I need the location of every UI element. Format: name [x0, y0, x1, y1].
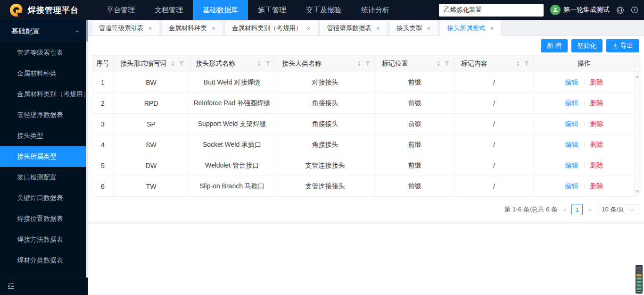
scroll-up-icon[interactable]: [636, 75, 639, 78]
tab-close-icon[interactable]: ×: [376, 25, 380, 32]
tab-close-icon[interactable]: ×: [427, 25, 430, 32]
user-avatar-icon: [550, 5, 561, 15]
caret-up-icon: [358, 61, 361, 63]
table-scrollbar[interactable]: [634, 72, 640, 196]
tab-3[interactable]: 金属材料类别（考规用）×: [224, 21, 318, 35]
actions-cell: 编辑删除: [534, 176, 635, 197]
column-header-3[interactable]: 接头形式名称: [189, 56, 275, 72]
delete-link[interactable]: 删除: [590, 141, 603, 148]
delete-link[interactable]: 删除: [590, 182, 603, 190]
tab-close-icon[interactable]: ×: [490, 25, 494, 32]
table-header: 序号接头形式缩写词接头形式名称接头大类名称标记位置标记内容操作: [92, 56, 635, 72]
table-cell: 角接接头: [275, 114, 375, 135]
sidebar-item-9[interactable]: 焊接位置数据表: [0, 209, 88, 229]
scroll-down-icon[interactable]: [636, 190, 639, 193]
tab-5[interactable]: 接头类型×: [389, 21, 438, 35]
sidebar-item-2[interactable]: 金属材料种类: [0, 63, 88, 84]
tab-bar: 管道等级索引表×金属材料种类×金属材料类别（考规用）×管径壁厚数据表×接头类型×…: [88, 20, 644, 36]
nav-item-5[interactable]: 交工及报验: [296, 0, 351, 20]
edit-link[interactable]: 编辑: [565, 161, 578, 169]
tab-2[interactable]: 金属材料种类×: [161, 21, 223, 35]
tab-4[interactable]: 管径壁厚数据表×: [320, 21, 388, 35]
sidebar-item-7[interactable]: 坡口检测配置: [0, 167, 88, 188]
sidebar-item-5[interactable]: 接头类型: [0, 126, 88, 146]
caret-sort-icon[interactable]: [358, 61, 361, 66]
pagination-page-1[interactable]: 1: [571, 204, 583, 215]
sidebar-item-4[interactable]: 管径壁厚数据表: [0, 105, 88, 126]
column-header-7: 操作: [534, 56, 635, 72]
funnel-filter-icon[interactable]: [179, 61, 184, 66]
nav-item-2[interactable]: 文档管理: [145, 0, 193, 20]
table-cell: 角接接头: [275, 93, 375, 114]
column-header-6[interactable]: 标记内容: [454, 56, 534, 72]
column-header-5[interactable]: 标记位置: [375, 56, 454, 72]
column-header-2[interactable]: 接头形式缩写词: [114, 56, 189, 72]
delete-link[interactable]: 删除: [590, 161, 603, 169]
nav-item-4[interactable]: 施工管理: [248, 0, 296, 20]
sidebar-scrollbar[interactable]: [86, 20, 88, 278]
add-button[interactable]: 新 增: [541, 39, 568, 52]
tab-close-icon[interactable]: ×: [212, 25, 215, 32]
column-header-4[interactable]: 接头大类名称: [275, 56, 375, 72]
table-cell: /: [454, 72, 534, 93]
caret-sort-icon[interactable]: [172, 61, 174, 66]
sidebar-item-12[interactable]: 焊材选用卡: [0, 271, 88, 277]
funnel-filter-icon[interactable]: [365, 61, 370, 66]
tab-close-icon[interactable]: ×: [149, 25, 152, 32]
globe-icon[interactable]: [616, 6, 624, 14]
tab-6[interactable]: 接头所属形式×: [439, 21, 501, 36]
funnel-filter-icon[interactable]: [445, 61, 449, 66]
sidebar-item-11[interactable]: 焊材分类数据表: [0, 250, 88, 271]
table-row: 1BWButt Weld 对接焊缝对接接头前缀/编辑删除: [92, 72, 635, 93]
sidebar-item-3[interactable]: 金属材料类别（考规用）: [0, 84, 88, 105]
caret-up-icon: [172, 61, 174, 63]
table-row: 2RPDReinforce Pad 补强圈焊缝角接接头前缀/编辑删除: [92, 93, 635, 114]
caret-sort-icon[interactable]: [258, 61, 261, 66]
page-size-select[interactable]: 10 条/页: [597, 204, 638, 215]
table-body: 1BWButt Weld 对接焊缝对接接头前缀/编辑删除2RPDReinforc…: [92, 72, 635, 197]
edit-link[interactable]: 编辑: [565, 99, 578, 107]
search-input[interactable]: [439, 4, 544, 17]
sidebar-item-1[interactable]: 管道等级索引表: [0, 42, 88, 63]
nav-item-6[interactable]: 统计分析: [351, 0, 399, 20]
nav-item-1[interactable]: 平台管理: [97, 0, 145, 20]
tab-close-icon[interactable]: ×: [306, 25, 310, 32]
export-button[interactable]: 导出: [606, 39, 639, 52]
pagination-next-icon[interactable]: >: [587, 206, 593, 213]
delete-link[interactable]: 删除: [590, 120, 603, 127]
column-header-label: 接头形式缩写词: [120, 59, 166, 68]
edit-link[interactable]: 编辑: [565, 78, 578, 86]
column-header-label: 标记位置: [382, 59, 408, 68]
edit-link[interactable]: 编辑: [565, 141, 578, 148]
funnel-filter-icon[interactable]: [265, 61, 270, 66]
funnel-filter-icon[interactable]: [524, 61, 529, 66]
sidebar-section-basic-config[interactable]: 基础配置: [0, 20, 88, 42]
nav-item-3[interactable]: 基础数据库: [193, 0, 248, 20]
tab-1[interactable]: 管道等级索引表×: [91, 21, 160, 35]
delete-link[interactable]: 删除: [590, 99, 603, 107]
caret-up-icon: [437, 61, 440, 63]
sidebar-item-10[interactable]: 焊接方法数据表: [0, 229, 88, 250]
pagination-prev-icon[interactable]: <: [562, 206, 568, 213]
column-header-inner: 标记位置: [375, 56, 454, 72]
edit-link[interactable]: 编辑: [565, 120, 578, 127]
table-row: 3SPSupport Weld 支架焊缝角接接头前缀/编辑删除: [92, 114, 635, 135]
caret-sort-icon[interactable]: [517, 61, 520, 66]
init-button[interactable]: 初始化: [571, 39, 603, 52]
brand-logo-icon: [9, 3, 23, 17]
delete-link[interactable]: 删除: [590, 78, 603, 86]
caret-up-icon: [517, 61, 520, 63]
menu-fold-icon[interactable]: [7, 282, 15, 290]
tab-label: 管道等级索引表: [99, 24, 144, 33]
tab-label: 金属材料种类: [169, 24, 207, 33]
column-header-inner: 操作: [534, 56, 634, 72]
sidebar-item-6[interactable]: 接头所属类型: [0, 146, 88, 167]
table-row: 6TWSlip-on Branch 马鞍口支管连接接头前缀/编辑删除: [92, 176, 635, 197]
edit-link[interactable]: 编辑: [565, 182, 578, 190]
chevron-left-circle-icon[interactable]: [631, 6, 638, 14]
pagination-summary: 第 1-6 条/总共 6 条: [504, 205, 557, 214]
caret-sort-icon[interactable]: [437, 61, 440, 66]
user-menu[interactable]: 第一轮集成测试: [550, 5, 610, 15]
sidebar-item-8[interactable]: 关键焊口数据表: [0, 188, 88, 209]
tab-label: 接头所属形式: [447, 24, 485, 33]
